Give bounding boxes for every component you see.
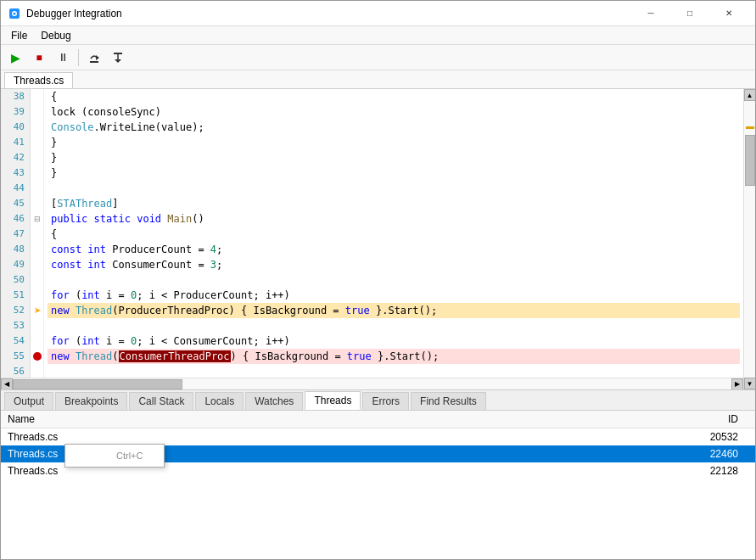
scroll-down-button[interactable]: ▼ <box>744 378 756 389</box>
code-line-43: } <box>48 165 740 181</box>
code-line-39: lock (consoleSync) <box>48 104 740 120</box>
horizontal-scrollbar: ◀ ▶ <box>1 378 743 389</box>
tab-locals[interactable]: Locals <box>195 392 244 410</box>
tab-output[interactable]: Output <box>4 392 53 410</box>
col-header-name: Name <box>1 411 417 428</box>
scroll-mark-1 <box>746 126 754 129</box>
copy-shortcut: Ctrl+C <box>116 451 143 461</box>
code-line-53 <box>48 318 740 333</box>
vertical-scroll-track[interactable] <box>744 101 756 378</box>
step-into-button[interactable] <box>107 48 129 68</box>
code-line-41: } <box>48 135 740 150</box>
thread-id-1: 20532 <box>417 428 755 445</box>
code-line-46: public static void Main() <box>48 211 740 227</box>
toolbar-separator <box>78 49 79 66</box>
file-tab-threads[interactable]: Threads.cs <box>4 72 73 88</box>
scroll-track[interactable] <box>13 378 731 390</box>
stop-button[interactable]: ■ <box>28 48 50 68</box>
table-header-row: Name ID <box>1 411 755 428</box>
code-line-50 <box>48 272 740 288</box>
breakpoint-icon <box>31 349 44 364</box>
window-title: Debugger Integration <box>26 8 631 20</box>
maximize-button[interactable]: □ <box>670 1 709 26</box>
svg-marker-4 <box>96 55 99 60</box>
code-line-45: [STAThread] <box>48 196 740 211</box>
main-window: Debugger Integration ─ □ ✕ File Debug ▶ … <box>0 0 756 560</box>
code-line-56 <box>48 364 740 378</box>
code-line-47: { <box>48 227 740 242</box>
code-line-40: Console.WriteLine(value); <box>48 120 740 135</box>
pause-button[interactable]: ⏸ <box>52 48 74 68</box>
thread-name-1: Threads.cs <box>1 428 417 445</box>
code-line-55: new Thread(ConsumerThreadProc) { IsBackg… <box>48 349 740 364</box>
context-menu-copy[interactable]: Copy Ctrl+C <box>65 446 164 465</box>
tab-call-stack[interactable]: Call Stack <box>129 392 193 410</box>
code-line-49: const int ConsumerCount = 3; <box>48 257 740 272</box>
scroll-thumb[interactable] <box>13 379 182 389</box>
context-menu: Copy Ctrl+C <box>64 444 165 468</box>
tab-find-results[interactable]: Find Results <box>411 392 486 410</box>
vertical-scrollbar: ▲ ▼ <box>743 89 755 389</box>
table-row-selected[interactable]: Threads.cs Copy Ctrl+C 22460 <box>1 445 755 462</box>
scroll-up-button[interactable]: ▲ <box>744 89 756 101</box>
tab-threads[interactable]: Threads <box>305 391 361 410</box>
svg-marker-7 <box>115 59 121 63</box>
thread-id-2: 22460 <box>417 445 755 462</box>
toolbar: ▶ ■ ⏸ <box>1 45 755 70</box>
svg-rect-3 <box>90 61 98 63</box>
close-button[interactable]: ✕ <box>709 1 748 26</box>
title-bar: Debugger Integration ─ □ ✕ <box>1 1 755 26</box>
thread-name-3: Threads.cs <box>1 462 417 479</box>
threads-panel: Name ID Threads.cs 20532 Threads.cs <box>1 411 755 559</box>
scroll-thumb-vertical[interactable] <box>745 135 755 186</box>
menu-bar: File Debug <box>1 26 755 45</box>
svg-rect-5 <box>114 53 122 54</box>
code-line-52: new Thread(ProducerThreadProc) { IsBackg… <box>48 303 740 318</box>
code-line-38: { <box>48 89 740 104</box>
code-line-42: } <box>48 150 740 165</box>
code-editor: 38 39 40 41 42 43 44 45 46 47 48 49 50 5… <box>1 89 755 389</box>
bottom-panel: Output Breakpoints Call Stack Locals Wat… <box>1 389 755 559</box>
tab-errors[interactable]: Errors <box>362 392 409 410</box>
code-line-48: const int ProducerCount = 4; <box>48 242 740 257</box>
table-row[interactable]: Threads.cs 20532 <box>1 428 755 445</box>
execution-arrow-icon: ➤ <box>31 303 44 318</box>
code-gutter: ⊟ ➤ <box>31 89 44 378</box>
menu-debug[interactable]: Debug <box>34 28 77 43</box>
code-line-51: for (int i = 0; i < ProducerCount; i++) <box>48 288 740 303</box>
file-tab-bar: Threads.cs <box>1 70 755 89</box>
code-line-44 <box>48 181 740 196</box>
thread-name-2: Threads.cs Copy Ctrl+C <box>1 445 417 462</box>
code-content: { lock (consoleSync) Console.WriteLine(v… <box>44 89 743 378</box>
code-line-54: for (int i = 0; i < ConsumerCount; i++) <box>48 333 740 349</box>
scroll-right-button[interactable]: ▶ <box>731 378 743 390</box>
app-icon <box>8 7 21 20</box>
line-numbers: 38 39 40 41 42 43 44 45 46 47 48 49 50 5… <box>1 89 31 378</box>
code-scroll-area[interactable]: 38 39 40 41 42 43 44 45 46 47 48 49 50 5… <box>1 89 743 378</box>
step-over-button[interactable] <box>83 48 105 68</box>
bottom-tab-bar: Output Breakpoints Call Stack Locals Wat… <box>1 390 755 411</box>
thread-id-3: 22128 <box>417 462 755 479</box>
tab-breakpoints[interactable]: Breakpoints <box>55 392 127 410</box>
col-header-id: ID <box>417 411 755 428</box>
threads-table: Name ID Threads.cs 20532 Threads.cs <box>1 411 755 479</box>
svg-point-2 <box>14 12 16 14</box>
minimize-button[interactable]: ─ <box>631 1 670 26</box>
copy-label: Copy <box>86 450 109 462</box>
tab-watches[interactable]: Watches <box>245 392 303 410</box>
window-controls: ─ □ ✕ <box>631 1 748 26</box>
play-button[interactable]: ▶ <box>4 48 26 68</box>
scroll-left-button[interactable]: ◀ <box>1 378 13 390</box>
menu-file[interactable]: File <box>4 28 34 43</box>
